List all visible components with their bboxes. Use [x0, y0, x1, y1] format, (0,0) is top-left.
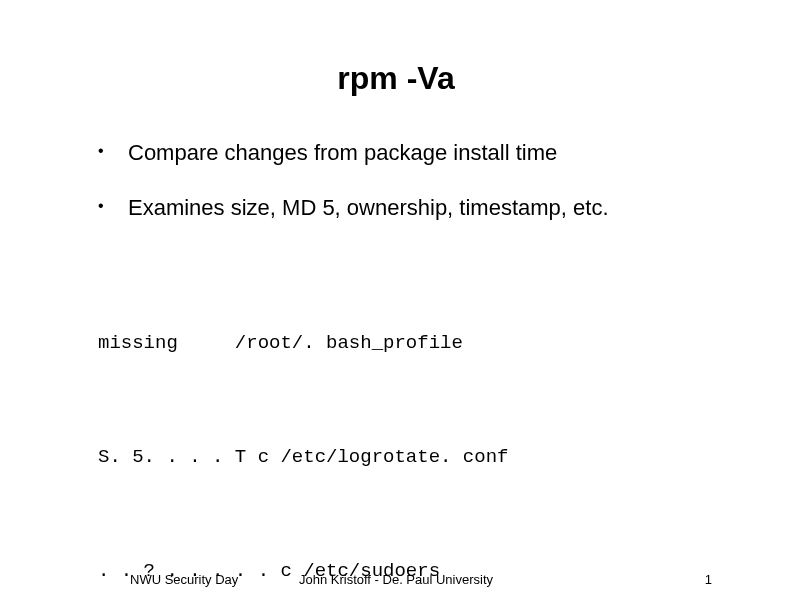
- slide-number: 1: [705, 572, 712, 587]
- slide: rpm -Va Compare changes from package ins…: [0, 0, 792, 612]
- bullet-item: Compare changes from package install tim…: [98, 139, 712, 168]
- code-block: missing /root/. bash_profile S. 5. . . .…: [98, 248, 712, 612]
- slide-title: rpm -Va: [80, 60, 712, 97]
- code-line: missing /root/. bash_profile: [98, 324, 712, 362]
- bullet-list: Compare changes from package install tim…: [98, 139, 712, 222]
- code-line: S. 5. . . . T c /etc/logrotate. conf: [98, 438, 712, 476]
- bullet-item: Examines size, MD 5, ownership, timestam…: [98, 194, 712, 223]
- footer-center: John Kristoff - De. Paul University: [0, 572, 792, 587]
